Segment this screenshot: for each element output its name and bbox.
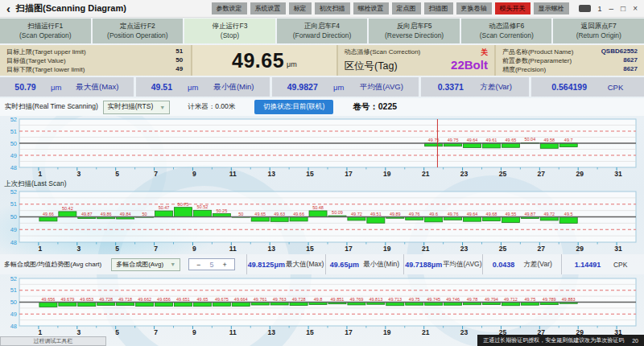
stat-unit: μm <box>188 83 198 92</box>
svg-text:50.09: 50.09 <box>332 210 343 215</box>
svg-text:49.64: 49.64 <box>467 138 478 142</box>
svg-text:13: 13 <box>267 328 275 336</box>
svg-text:49.75: 49.75 <box>524 297 535 302</box>
svg-text:49.63: 49.63 <box>274 212 285 216</box>
current-value-panel: 49.65 μm <box>192 45 336 76</box>
svg-text:49.78: 49.78 <box>467 297 478 302</box>
stepper-value: 5 <box>209 261 213 269</box>
stepper-plus-button[interactable]: + <box>222 261 226 269</box>
function-tab-f1[interactable]: 扫描运行F1(Scan Operation) <box>0 19 91 43</box>
svg-text:1: 1 <box>39 328 43 336</box>
toolbar-button-9[interactable]: 模头开关 <box>495 2 530 14</box>
toolbar-button-10[interactable]: 显示螺栓 <box>534 2 569 14</box>
function-tab-f2[interactable]: 定点运行F2(Position Operation) <box>93 19 184 43</box>
svg-text:9: 9 <box>192 245 196 253</box>
target-row-label: 目标下限(Target lower limit) <box>6 65 85 74</box>
avg-stat-segment-4: 0.0438方差(Var) <box>482 254 561 274</box>
svg-text:25: 25 <box>499 245 507 253</box>
window-title: 扫描图(Scanning Diagram) <box>16 2 126 14</box>
close-button[interactable]: × <box>633 5 638 13</box>
toolbar: 参数设定系统设置标定初次扫描螺栓设置定点图扫描图更换卷轴模头开关显示螺栓 <box>212 2 569 14</box>
avg-stat-segment-2: 49.65μm最小值(Min) <box>325 254 404 274</box>
avg-stat-label: 最大值(Max) <box>286 260 324 270</box>
product-row-value: 8627 <box>623 65 638 74</box>
correction-panel: 动态温修(Scan Correction) 关 区位号(Tag) 22Bolt <box>338 45 494 76</box>
svg-text:49: 49 <box>10 311 17 318</box>
target-row-value: 50 <box>175 56 183 65</box>
svg-text:3: 3 <box>76 170 80 178</box>
svg-text:49.712: 49.712 <box>504 297 518 302</box>
svg-text:49.89: 49.89 <box>390 212 401 216</box>
svg-text:7: 7 <box>154 328 158 336</box>
meter-counter: 计米器：0.00米 <box>188 102 235 112</box>
toolbar-button-5[interactable]: 螺栓设置 <box>353 2 389 14</box>
svg-text:7: 7 <box>154 245 158 253</box>
function-tab-f4[interactable]: 正向启车F4(Forward Direction) <box>277 19 368 43</box>
svg-text:49.76: 49.76 <box>448 212 459 216</box>
notice-count: 20 <box>632 338 638 344</box>
tab-en-label: (Forward Direction) <box>277 31 368 40</box>
tab-en-label: (Scan Corrention) <box>461 31 552 40</box>
toolbar-button-8[interactable]: 更换卷轴 <box>456 2 492 14</box>
avg-stat-label: 方差(Var) <box>524 260 552 270</box>
last-scan-label: 上次扫描(Last Scan) <box>4 179 66 189</box>
target-row-value: 51 <box>175 47 183 56</box>
svg-text:50: 50 <box>10 213 17 220</box>
function-tab-f6[interactable]: 动态温修F6(Scan Corrention) <box>461 19 552 43</box>
avg-dropdown-value: 多幅合成图(Avg) <box>116 260 163 269</box>
current-value: 49.65 <box>232 49 284 72</box>
correction-status-badge[interactable]: 关 <box>481 47 488 58</box>
svg-text:17: 17 <box>345 170 353 178</box>
toolbar-button-7[interactable]: 扫描图 <box>424 2 453 14</box>
svg-text:49.5: 49.5 <box>564 212 573 216</box>
avg-stat-segment-5: 1.14491CPK <box>561 254 640 274</box>
stat-value: 49.51 <box>151 82 172 92</box>
function-tab-f7[interactable]: 返回原点F7(Return Origin) <box>553 19 644 43</box>
tab-cn-label: 返回原点F7 <box>553 21 644 31</box>
window-controls: 1 – □ × <box>579 5 638 13</box>
svg-text:49.65: 49.65 <box>506 138 517 142</box>
tag-label: 区位号(Tag) <box>345 60 398 73</box>
toolbar-button-4[interactable]: 初次扫描 <box>315 2 350 14</box>
scan-mode-dropdown[interactable]: 实时扫描(RTS) ▼ <box>103 101 170 114</box>
target-row-value: 49 <box>175 65 183 74</box>
svg-text:50: 50 <box>10 140 17 147</box>
debug-toolbar-button[interactable]: 过程调试工具栏 <box>0 336 106 346</box>
toolbar-button-3[interactable]: 标定 <box>289 2 312 14</box>
svg-text:49.65: 49.65 <box>197 297 208 302</box>
svg-text:49.7: 49.7 <box>564 138 573 142</box>
back-icon[interactable]: ‹ <box>6 2 10 15</box>
product-row: 精度(Precision)8627 <box>502 65 638 74</box>
avg-stats: 49.8125μm最大值(Max)49.65μm最小值(Min)49.7188μ… <box>246 254 640 274</box>
roll-number: 卷号：0225 <box>353 101 397 113</box>
function-tab-f5[interactable]: 反向启车F5(Reverse Direction) <box>369 19 460 43</box>
svg-text:48: 48 <box>10 164 17 171</box>
switch-state-button[interactable]: 切换状态:目前(联机) <box>254 100 333 114</box>
svg-text:49.64: 49.64 <box>467 212 478 216</box>
svg-text:5: 5 <box>115 170 119 178</box>
tab-en-label: (Position Operation) <box>93 31 184 40</box>
svg-text:49.656: 49.656 <box>157 297 171 302</box>
svg-text:31: 31 <box>614 170 622 178</box>
svg-text:49.65: 49.65 <box>254 212 266 216</box>
avg-chart-dropdown[interactable]: 多幅合成图(Avg) ▼ <box>111 258 180 271</box>
svg-text:17: 17 <box>345 245 353 253</box>
product-row-label: 精度(Precision) <box>502 65 546 74</box>
stat-label: CPK <box>608 83 624 92</box>
toolbar-button-6[interactable]: 定点图 <box>392 2 421 14</box>
maximize-button[interactable]: □ <box>621 5 625 13</box>
svg-text:19: 19 <box>383 245 391 253</box>
toolbar-button-2[interactable]: 系统设置 <box>250 2 286 14</box>
svg-text:49.76: 49.76 <box>409 212 420 216</box>
avg-chart: 484950515213579111315171921232527293149.… <box>2 277 642 336</box>
svg-text:49.794: 49.794 <box>485 297 498 302</box>
keyboard-icon[interactable] <box>579 5 591 12</box>
svg-text:49.61: 49.61 <box>486 138 497 142</box>
function-tab-f3[interactable]: 停止运行F3(Stop) <box>184 19 275 43</box>
minimize-button[interactable]: – <box>609 5 614 13</box>
stepper-minus-button[interactable]: − <box>196 261 200 269</box>
toolbar-button-1[interactable]: 参数设定 <box>212 2 247 14</box>
stat-unit: μm <box>333 83 344 92</box>
keyboard-count: 1 <box>598 5 602 13</box>
svg-text:49.813: 49.813 <box>369 297 382 302</box>
